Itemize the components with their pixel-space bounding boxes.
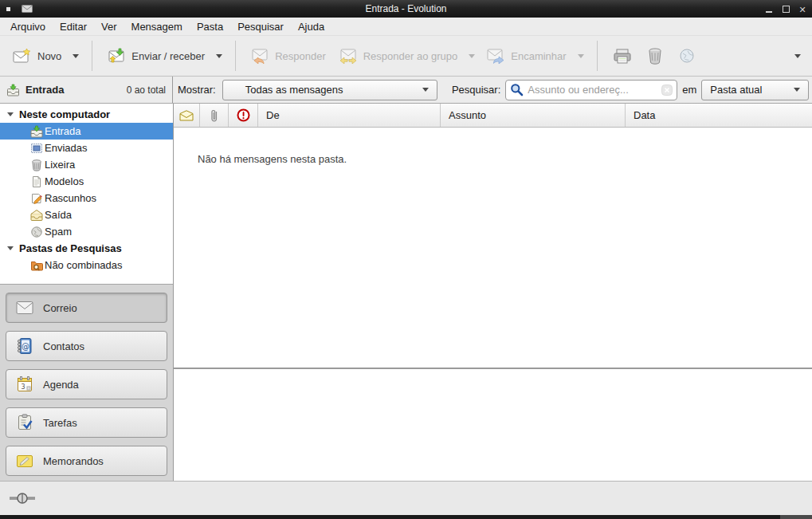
menu-pesquisar[interactable]: Pesquisar bbox=[230, 19, 291, 34]
column-assunto[interactable]: Assunto bbox=[441, 104, 626, 127]
switcher-memos-button[interactable]: Memorandos bbox=[6, 446, 167, 476]
sidebar-item-nao-combinadas[interactable]: Não combinadas bbox=[0, 257, 173, 273]
reply-group-icon bbox=[339, 48, 358, 64]
junk-icon bbox=[30, 226, 43, 238]
sent-icon bbox=[30, 142, 43, 155]
menu-ver[interactable]: Ver bbox=[94, 19, 124, 34]
sidebar-item-saida[interactable]: Saída bbox=[0, 206, 173, 223]
trash-icon bbox=[646, 47, 664, 65]
current-folder-name: Entrada bbox=[25, 84, 64, 96]
priority-icon bbox=[237, 108, 250, 122]
contacts-icon: @ bbox=[16, 337, 33, 355]
delete-button[interactable] bbox=[639, 42, 671, 69]
reply-group-dropdown-button[interactable] bbox=[464, 49, 480, 63]
sidebar-item-spam[interactable]: Spam bbox=[0, 223, 173, 240]
mail-icon bbox=[16, 301, 33, 315]
reply-icon bbox=[250, 48, 269, 64]
message-list-pane: De Assunto Data Não há mensagens nesta p… bbox=[174, 104, 812, 481]
column-de[interactable]: De bbox=[258, 104, 441, 127]
window-mail-icon bbox=[22, 5, 33, 13]
statusbar bbox=[0, 481, 812, 515]
sidebar-item-enviadas[interactable]: Enviadas bbox=[0, 140, 173, 156]
toolbar-separator bbox=[235, 41, 236, 71]
menu-pasta[interactable]: Pasta bbox=[190, 19, 230, 34]
inbox-icon bbox=[6, 84, 20, 96]
svg-text:3: 3 bbox=[21, 383, 25, 391]
folder-tree: Neste computador Entrada Enviadas Lixeir… bbox=[0, 104, 173, 284]
empty-folder-text: Não há mensagens nesta pasta. bbox=[198, 153, 347, 165]
reply-group-button[interactable]: Responder ao grupo bbox=[332, 43, 465, 69]
search-scope-dropdown[interactable]: Pasta atual bbox=[701, 80, 809, 100]
message-status-icon bbox=[179, 110, 194, 121]
sidebar: Neste computador Entrada Enviadas Lixeir… bbox=[0, 104, 174, 481]
calendar-icon: 3 bbox=[16, 375, 33, 393]
menubar: Arquivo Editar Ver Mensagem Pasta Pesqui… bbox=[0, 18, 812, 36]
send-receive-button[interactable]: Enviar / receber bbox=[100, 43, 211, 69]
titlebar-bullet-icon bbox=[6, 7, 10, 11]
toolbar: Novo Enviar / receber Responder Responde… bbox=[0, 36, 812, 77]
chevron-down-icon bbox=[422, 88, 429, 92]
window-title: Entrada - Evolution bbox=[0, 3, 812, 14]
new-message-icon bbox=[13, 48, 32, 64]
folder-bar: Entrada 0 ao total Mostrar: Todas as men… bbox=[0, 77, 812, 104]
maximize-button[interactable] bbox=[781, 4, 790, 14]
send-receive-icon bbox=[107, 48, 126, 64]
junk-icon bbox=[678, 47, 696, 65]
message-filter-dropdown[interactable]: Todas as mensagens bbox=[222, 80, 437, 100]
view-switcher: Correio @ Contatos 3 Agenda Tarefas Memo… bbox=[0, 284, 173, 481]
online-status-button[interactable] bbox=[10, 492, 35, 505]
close-button[interactable]: ✕ bbox=[798, 4, 807, 14]
send-receive-dropdown-button[interactable] bbox=[211, 49, 227, 63]
menu-editar[interactable]: Editar bbox=[53, 19, 94, 34]
menu-mensagem[interactable]: Mensagem bbox=[124, 19, 190, 34]
titlebar: Entrada - Evolution ✕ bbox=[0, 0, 812, 18]
reply-button[interactable]: Responder bbox=[244, 43, 332, 69]
sidebar-item-lixeira[interactable]: Lixeira bbox=[0, 156, 173, 173]
column-attachment[interactable] bbox=[200, 104, 229, 127]
sidebar-group-pastas-de-pesquisas[interactable]: Pastas de Pesquisas bbox=[0, 240, 173, 257]
resize-grip[interactable] bbox=[780, 515, 812, 519]
switcher-contacts-button[interactable]: @ Contatos bbox=[6, 331, 167, 361]
print-button[interactable] bbox=[606, 42, 639, 69]
evolution-window: Entrada - Evolution ✕ Arquivo Editar Ver… bbox=[0, 0, 812, 519]
column-status[interactable] bbox=[174, 104, 200, 127]
mostrar-label: Mostrar: bbox=[178, 84, 216, 96]
forward-icon bbox=[486, 48, 505, 64]
expander-icon[interactable] bbox=[7, 246, 14, 250]
switcher-calendar-button[interactable]: 3 Agenda bbox=[6, 369, 167, 399]
toolbar-overflow-button[interactable] bbox=[790, 49, 806, 63]
svg-text:@: @ bbox=[22, 342, 29, 351]
sidebar-item-rascunhos[interactable]: Rascunhos bbox=[0, 190, 173, 206]
toolbar-separator bbox=[92, 41, 92, 71]
search-icon bbox=[510, 83, 524, 96]
column-priority[interactable] bbox=[229, 104, 258, 127]
outbox-icon bbox=[30, 209, 43, 222]
chevron-down-icon bbox=[794, 88, 800, 92]
inbox-icon bbox=[30, 125, 43, 138]
minimize-button[interactable] bbox=[764, 4, 774, 14]
forward-dropdown-button[interactable] bbox=[573, 49, 589, 63]
expander-icon[interactable] bbox=[7, 112, 14, 116]
sidebar-group-neste-computador[interactable]: Neste computador bbox=[0, 106, 173, 123]
switcher-tasks-button[interactable]: Tarefas bbox=[6, 407, 167, 438]
pesquisar-label: Pesquisar: bbox=[452, 84, 500, 96]
search-input[interactable] bbox=[528, 84, 657, 96]
sidebar-item-entrada[interactable]: Entrada bbox=[0, 123, 173, 140]
window-bottom-border bbox=[0, 515, 812, 519]
switcher-mail-button[interactable]: Correio bbox=[6, 293, 167, 323]
em-label: em bbox=[682, 84, 696, 96]
new-dropdown-button[interactable] bbox=[68, 49, 84, 63]
document-icon bbox=[30, 175, 43, 188]
new-button[interactable]: Novo bbox=[6, 43, 68, 69]
drafts-icon bbox=[30, 192, 43, 205]
menu-ajuda[interactable]: Ajuda bbox=[291, 19, 331, 34]
clear-search-icon[interactable] bbox=[661, 85, 673, 96]
memos-icon bbox=[16, 453, 33, 469]
junk-button[interactable] bbox=[671, 42, 703, 69]
sidebar-item-modelos[interactable]: Modelos bbox=[0, 173, 173, 190]
message-list-header: De Assunto Data bbox=[174, 104, 812, 128]
preview-pane bbox=[174, 369, 812, 481]
menu-arquivo[interactable]: Arquivo bbox=[3, 19, 53, 34]
column-data[interactable]: Data bbox=[626, 104, 812, 127]
forward-button[interactable]: Encaminhar bbox=[480, 43, 572, 69]
